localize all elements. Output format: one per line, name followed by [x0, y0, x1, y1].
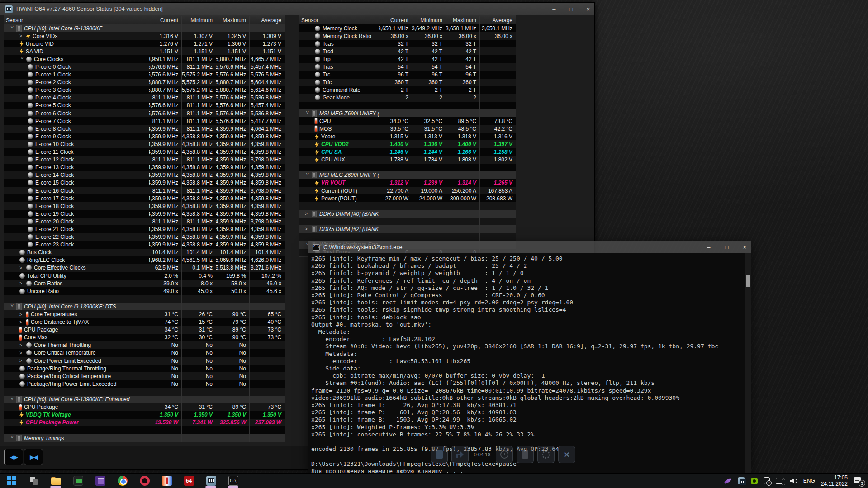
start-button[interactable]	[5, 474, 18, 488]
sensor-row[interactable]: E-core 8 Clock4,359.9 MHz811.1 MHz4,359.…	[4, 125, 285, 133]
column-header[interactable]: Minimum	[181, 16, 216, 24]
sensor-row[interactable]: Trcd42 T42 T42 T	[299, 47, 516, 55]
collapse-chevron-icon[interactable]: >	[305, 173, 310, 177]
volume-button[interactable]	[790, 479, 797, 483]
sensor-row[interactable]: VR VOUT1.312 V1.239 V1.314 V1.265 V	[299, 179, 516, 187]
sensor-row[interactable]: >Core Ratios39.0 x8.0 x58.0 x46.0 x	[4, 280, 285, 287]
sensor-row[interactable]: E-core 9 Clock4,359.9 MHz4,358.8 MHz4,35…	[4, 133, 285, 140]
sensor-row[interactable]: Package/Ring Thermal ThrottlingNoNoNo	[4, 365, 285, 372]
sensor-row[interactable]: CPU Package34 °C31 °C89 °C73 °C	[4, 403, 285, 411]
sensor-group-row[interactable]: >DDR5 DIMM [#0] (BANK ...	[299, 210, 516, 218]
mystic-light-tray-icon[interactable]	[723, 477, 732, 484]
expand-chevron-icon[interactable]: >	[305, 227, 309, 232]
expand-chevron-icon[interactable]: >	[19, 320, 24, 325]
usb-eject-icon[interactable]	[764, 477, 770, 484]
expand-chevron-icon[interactable]: >	[19, 312, 24, 317]
collapse-chevron-icon[interactable]: >	[9, 26, 14, 31]
language-indicator[interactable]: ENG	[803, 478, 815, 484]
expand-chevron-icon[interactable]: >	[305, 211, 309, 216]
clock-datetime[interactable]: 17:05 24.11.2022	[821, 474, 848, 487]
hwinfo-titlebar[interactable]: HWiNFO64 v7.27-4860 Sensor Status [304 v…	[0, 3, 594, 15]
sensor-row[interactable]: Uncore VID1.276 V1.271 V1.306 V1.273 V	[4, 40, 285, 47]
cmd-close-button[interactable]: ×	[743, 244, 746, 251]
maximize-button[interactable]: □	[569, 6, 573, 13]
expand-chevron-icon[interactable]: >	[19, 33, 24, 38]
sensor-row[interactable]: Memory Clock3,650.1 MHz3,649.2 MHz3,650.…	[299, 24, 516, 32]
sensor-row[interactable]: Gear Mode222	[299, 94, 516, 102]
overlay-file-button[interactable]	[517, 446, 534, 463]
sensor-row[interactable]: P-core 2 Clock5,880.7 MHz5,575.2 MHz5,88…	[4, 79, 285, 86]
minimize-button[interactable]: –	[552, 6, 555, 13]
sensor-row[interactable]: CPU AUX1.788 V1.784 V1.808 V1.802 V	[299, 156, 516, 164]
expand-chevron-icon[interactable]: >	[19, 265, 24, 270]
sensor-row[interactable]: Trp42 T42 T42 T	[299, 55, 516, 63]
sensor-row[interactable]: Core Max32 °C30 °C90 °C73 °C	[4, 334, 285, 341]
sensor-row[interactable]: P-core 5 Clock5,576.6 MHz811.1 MHz5,576.…	[4, 102, 285, 109]
sensor-row[interactable]: E-core 12 Clock811.1 MHz811.1 MHz4,359.9…	[4, 156, 285, 164]
sensor-row[interactable]: Memory Clock Ratio36.00 x36.00 x36.00 x3…	[299, 32, 516, 40]
sensor-row[interactable]: Command Rate2 T2 T2 T	[299, 86, 516, 94]
column-header[interactable]: Average	[479, 16, 516, 24]
sensor-row[interactable]: E-core 18 Clock4,359.9 MHz4,358.8 MHz4,3…	[4, 202, 285, 210]
sensor-row[interactable]: Package/Ring Critical TemperatureNoNoNo	[4, 372, 285, 380]
taskbar-item-opera[interactable]	[138, 474, 151, 488]
taskbar-item-coretemp[interactable]	[161, 474, 173, 488]
sensor-row[interactable]: SA VID1.151 V1.151 V1.151 V1.151 V	[4, 47, 285, 55]
sensor-row[interactable]: P-core 7 Clock811.1 MHz811.1 MHz5,576.6 …	[4, 117, 285, 125]
sensor-row[interactable]: E-core 19 Clock4,359.9 MHz4,358.8 MHz4,3…	[4, 210, 285, 218]
sensor-row[interactable]: Power (POUT)27.000 W24.000 W309.000 W208…	[299, 194, 516, 202]
expand-chevron-icon[interactable]: >	[19, 281, 24, 286]
taskbar-item-chrome[interactable]	[116, 474, 128, 488]
cmd-minimize-button[interactable]: –	[707, 244, 710, 251]
collapse-chevron-icon[interactable]: >	[305, 111, 310, 116]
overlay-share-button[interactable]	[451, 446, 469, 463]
sensor-group-row[interactable]: >DDR5 DIMM [#2] (BANK ...	[299, 225, 516, 233]
sensor-row[interactable]: E-core 10 Clock4,359.9 MHz4,358.8 MHz4,3…	[4, 140, 285, 148]
sensor-row[interactable]: Ring/LLC Clock4,968.2 MHz4,561.5 MHz5,06…	[4, 256, 285, 264]
column-header[interactable]: Maximum	[446, 16, 479, 24]
collapse-chevron-icon[interactable]: >	[9, 436, 14, 441]
notification-center-button[interactable]: 3	[854, 477, 863, 484]
sensor-group-row[interactable]: >MSI MEG Z690I UNIFY (...	[299, 109, 516, 117]
sensor-row[interactable]: >Core Thermal ThrottlingNoNoNo	[4, 341, 285, 349]
sensor-row[interactable]: >Core Effective Clocks62.5 MHz0.1 MHz5,5…	[4, 264, 285, 272]
taskbar-item-aida64[interactable]: 64	[183, 474, 195, 488]
column-header[interactable]: Minimum	[412, 16, 446, 24]
sensor-row[interactable]: Current (IOUT)22.700 A19.000 A250.200 A1…	[299, 187, 516, 194]
column-header[interactable]: Sensor	[4, 16, 149, 24]
sensor-row[interactable]: Package/Ring Power Limit ExceededNoNoNo	[4, 380, 285, 388]
sensor-row[interactable]: P-core 6 Clock5,576.6 MHz811.1 MHz5,576.…	[4, 109, 285, 117]
sensor-row[interactable]: CPU SA1.146 V1.144 V1.166 V1.158 V	[299, 148, 516, 156]
collapse-columns-button[interactable]: ▶◀	[24, 449, 43, 465]
sensor-row[interactable]: >Core Distance to TjMAX74 °C15 °C79 °C40…	[4, 318, 285, 326]
taskbar-item-hwinfo[interactable]	[205, 474, 217, 488]
sensor-group-row[interactable]: >CPU [#0]: Intel Core i9-13900KF: DTS	[4, 303, 285, 310]
sensor-group-row[interactable]: >Memory Timings	[4, 434, 285, 442]
expand-chevron-icon[interactable]: >	[19, 358, 24, 363]
sensor-row[interactable]: CPU34.0 °C32.5 °C89.5 °C73.8 °C	[299, 117, 516, 125]
sensor-row[interactable]: CPU Package34 °C31 °C89 °C73 °C	[4, 326, 285, 334]
column-header[interactable]: Current	[149, 16, 181, 24]
sensor-row[interactable]: Total CPU Utility2.0 %0.4 %159.8 %107.2 …	[4, 272, 285, 280]
display-cast-icon[interactable]	[776, 478, 784, 484]
sensor-row[interactable]: Uncore Ratio49.0 x45.0 x50.0 x45.6 x	[4, 287, 285, 295]
sensor-row[interactable]: >Core VIDs1.316 V1.307 V1.345 V1.309 V	[4, 32, 285, 40]
sensor-row[interactable]: E-core 23 Clock4,359.9 MHz4,358.8 MHz4,3…	[4, 241, 285, 249]
nvidia-tray-icon[interactable]	[751, 478, 758, 484]
sensor-row[interactable]: P-core 4 Clock811.1 MHz811.1 MHz5,576.6 …	[4, 94, 285, 102]
close-button[interactable]: ×	[586, 6, 590, 13]
sensor-row[interactable]: E-core 20 Clock811.1 MHz811.1 MHz4,359.9…	[4, 218, 285, 225]
sensor-row[interactable]: >Core Temperatures31 °C26 °C90 °C65 °C	[4, 310, 285, 318]
cmd-titlebar[interactable]: C:\Windows\system32\cmd.exe – □ ×	[308, 241, 751, 253]
sensor-row[interactable]: >Core Power Limit ExceededNoNoNo	[4, 357, 285, 365]
hwinfo-tray-icon[interactable]	[738, 477, 745, 484]
expand-columns-button[interactable]: ◀▶	[4, 449, 23, 465]
sensor-row[interactable]: E-core 11 Clock4,359.9 MHz4,358.8 MHz4,3…	[4, 148, 285, 156]
expand-chevron-icon[interactable]: >	[19, 343, 24, 348]
sensor-row[interactable]: P-core 1 Clock5,576.6 MHz5,575.2 MHz5,57…	[4, 71, 285, 79]
taskbar-item-cmd[interactable]: C:\	[227, 474, 239, 488]
sensor-row[interactable]: E-core 13 Clock4,359.9 MHz4,358.8 MHz4,3…	[4, 164, 285, 171]
cmd-maximize-button[interactable]: □	[725, 244, 729, 251]
taskbar-item-cpuz[interactable]	[94, 474, 106, 488]
cmd-scrollbar-thumb[interactable]	[746, 275, 750, 287]
